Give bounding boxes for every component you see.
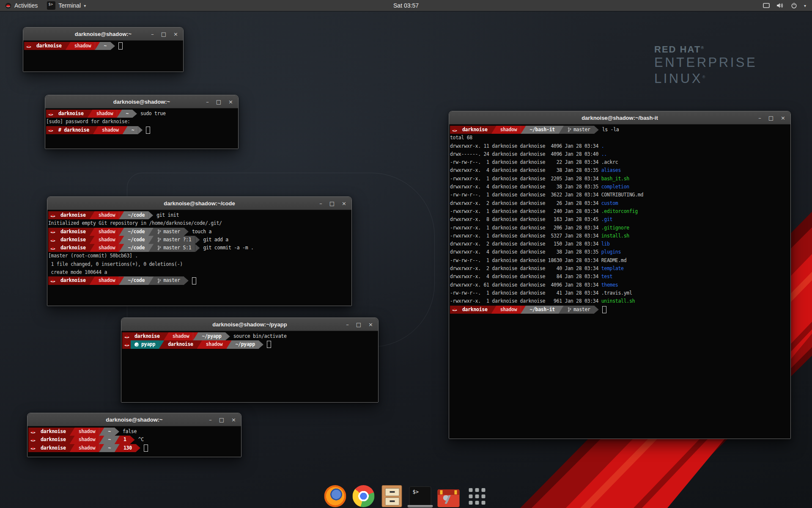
prompt-segment-path: ~/code xyxy=(124,211,148,219)
powerline-arrow xyxy=(184,228,189,236)
file-name: install.sh xyxy=(601,232,629,240)
clock[interactable]: Sat 03:57 xyxy=(0,2,812,9)
dock xyxy=(324,485,488,507)
prompt-segment-path: ~/code xyxy=(124,276,148,284)
redhat-icon xyxy=(5,3,11,9)
terminal-line: total 68 xyxy=(450,134,790,142)
brand-line2: ENTERPRISE xyxy=(654,55,757,70)
terminal-window-bashit[interactable]: darknoise@shadow:~/bash-it – □ × darknoi… xyxy=(449,111,791,439)
command-text: sudo true xyxy=(140,110,166,118)
prompt-segment-host: shadow xyxy=(95,228,119,236)
file-manager-icon[interactable] xyxy=(382,485,402,507)
terminal-output: drwxrwxr-x. 4 darknoise darknoise 38 Jan… xyxy=(450,248,601,256)
toolbox-icon[interactable] xyxy=(438,489,460,507)
redhat-fedora-icon xyxy=(28,444,37,452)
close-button[interactable]: × xyxy=(228,99,233,105)
powerline-separator xyxy=(117,110,122,118)
command-text: source bin/activate xyxy=(233,332,287,340)
terminal-line: darknoiseshadow~false xyxy=(28,428,240,436)
prompt-segment-path: ~/code xyxy=(124,228,148,236)
powerline-separator xyxy=(559,306,564,314)
prompt-segment-git: master xyxy=(564,306,594,314)
close-button[interactable]: × xyxy=(342,201,346,206)
prompt-segment-user: darknoise xyxy=(33,42,66,50)
firefox-icon[interactable] xyxy=(324,485,346,507)
minimize-button[interactable]: – xyxy=(206,99,209,105)
terminal-line: -rw-rw-r--. 1 darknoise darknoise 3622 J… xyxy=(450,191,790,199)
powerline-arrow xyxy=(138,126,143,134)
terminal-line: darknoiseshadow~/bash-itmaster xyxy=(450,306,790,314)
minimize-button[interactable]: – xyxy=(758,115,761,121)
terminal-content[interactable]: darknoiseshadow~/codegit initInitialized… xyxy=(47,210,351,306)
terminal-cursor xyxy=(192,277,196,284)
titlebar[interactable]: darknoise@shadow:~/code – □ × xyxy=(47,197,351,210)
maximize-button[interactable]: □ xyxy=(356,322,361,327)
prompt-segment-path: ~ xyxy=(128,126,138,134)
close-button[interactable]: × xyxy=(173,31,178,37)
prompt-segment-exit: 1 xyxy=(120,436,130,444)
maximize-button[interactable]: □ xyxy=(216,99,221,105)
close-button[interactable]: × xyxy=(231,417,236,422)
chrome-icon[interactable] xyxy=(353,485,375,507)
powerline-separator xyxy=(90,228,95,236)
terminal-line: [master (root-commit) 50bcb63] . xyxy=(48,252,351,260)
close-button[interactable]: × xyxy=(368,322,373,327)
terminal-content[interactable]: darknoiseshadow~sudo true[sudo] password… xyxy=(45,108,238,149)
terminal-line: -rwxrwxr-x. 1 darknoise darknoise 206 Ja… xyxy=(450,224,790,232)
redhat-fedora-icon xyxy=(30,430,36,433)
minimize-button[interactable]: – xyxy=(319,201,322,206)
git-branch-icon xyxy=(157,229,161,235)
titlebar[interactable]: darknoise@shadow:~ – □ × xyxy=(23,28,183,41)
terminal-window-sudo[interactable]: darknoise@shadow:~ – □ × darknoiseshadow… xyxy=(45,95,239,149)
terminal-line: -rwxrwxr-x. 1 darknoise darknoise 5327 J… xyxy=(450,232,790,240)
terminal-icon[interactable] xyxy=(409,486,431,506)
titlebar[interactable]: darknoise@shadow:~ – □ × xyxy=(27,413,241,426)
terminal-content[interactable]: darknoiseshadow~/bash-itmasterls -latota… xyxy=(449,124,790,439)
terminal-output: drwxrwxr-x. 4 darknoise darknoise 38 Jan… xyxy=(450,183,601,191)
terminal-output: -rwxrwxr-x. 1 darknoise darknoise 240 Ja… xyxy=(450,207,601,215)
terminal-window-home2[interactable]: darknoise@shadow:~ – □ × darknoiseshadow… xyxy=(27,413,241,457)
terminal-content[interactable]: darknoiseshadow~falsedarknoiseshadow~1^C… xyxy=(27,426,241,457)
maximize-button[interactable]: □ xyxy=(768,115,774,121)
redhat-fedora-icon xyxy=(48,276,57,284)
powerline-separator xyxy=(115,444,120,452)
prompt-segment-venv: pyapp xyxy=(131,340,159,348)
prompt-segment-host: shadow xyxy=(202,340,227,348)
redhat-fedora-icon xyxy=(50,230,55,233)
maximize-button[interactable]: □ xyxy=(219,417,224,422)
minimize-button[interactable]: – xyxy=(209,417,212,422)
maximize-button[interactable]: □ xyxy=(161,31,166,37)
terminal-output: -rw-rw-r--. 1 darknoise darknoise 3622 J… xyxy=(450,191,601,199)
file-name: .ackrc xyxy=(601,158,618,166)
file-name: aliases xyxy=(601,166,621,174)
redhat-fedora-icon xyxy=(48,236,57,244)
terminal-window-pyapp[interactable]: darknoise@shadow:~/pyapp – □ × darknoise… xyxy=(121,318,379,403)
titlebar[interactable]: darknoise@shadow:~ – □ × xyxy=(45,95,238,108)
git-branch-icon xyxy=(568,127,571,133)
system-status-area[interactable]: ▾ xyxy=(757,0,812,11)
terminal-output: -rw-rw-r--. 1 darknoise darknoise 41 Jan… xyxy=(450,289,601,297)
prompt-segment-user: darknoise xyxy=(57,244,90,252)
app-grid-icon[interactable] xyxy=(467,486,487,506)
terminal-window-home1[interactable]: darknoise@shadow:~ – □ × darknoiseshadow… xyxy=(23,27,184,72)
redhat-fedora-icon xyxy=(46,126,55,134)
minimize-button[interactable]: – xyxy=(346,322,349,327)
redhat-fedora-icon xyxy=(30,438,36,442)
app-menu-terminal[interactable]: $> Terminal ▾ xyxy=(43,0,90,11)
titlebar[interactable]: darknoise@shadow:~/pyapp – □ × xyxy=(121,318,378,331)
terminal-content[interactable]: darknoiseshadow~/pyappsource bin/activat… xyxy=(121,331,378,402)
terminal-content[interactable]: darknoiseshadow~ xyxy=(23,41,183,72)
activities-button[interactable]: Activities xyxy=(0,0,43,11)
powerline-arrow xyxy=(132,110,137,118)
file-name: README.md xyxy=(601,257,627,265)
terminal-window-code[interactable]: darknoise@shadow:~/code – □ × darknoises… xyxy=(47,196,352,306)
command-text: ^C xyxy=(138,436,144,444)
titlebar[interactable]: darknoise@shadow:~/bash-it – □ × xyxy=(449,111,790,124)
file-name: .travis.yml xyxy=(601,289,632,297)
close-button[interactable]: × xyxy=(781,115,785,121)
maximize-button[interactable]: □ xyxy=(329,201,335,206)
minimize-button[interactable]: – xyxy=(151,31,154,37)
terminal-output: drwxrwxr-x. 4 darknoise darknoise 84 Jan… xyxy=(450,273,601,281)
redhat-fedora-icon xyxy=(122,332,131,340)
redhat-fedora-icon xyxy=(24,42,33,50)
